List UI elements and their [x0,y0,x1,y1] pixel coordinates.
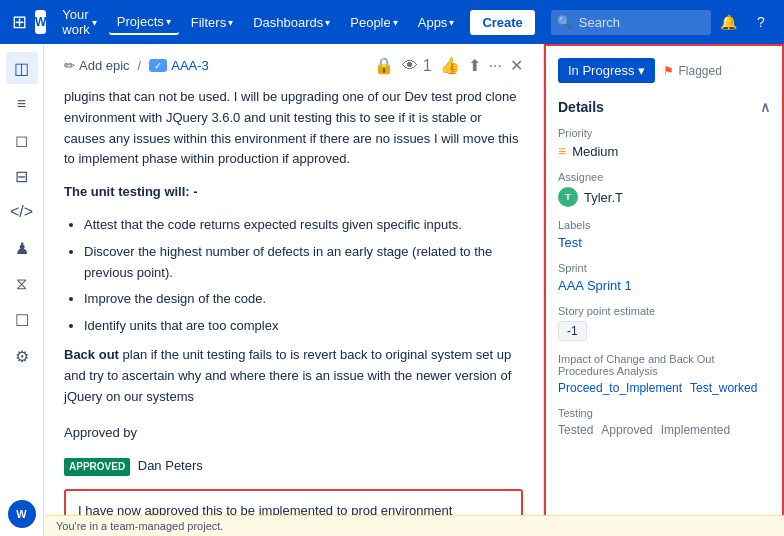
nav-dashboards[interactable]: Dashboards ▾ [245,11,338,34]
sidebar-time-icon[interactable]: ⧖ [6,268,38,300]
unit-testing-header: The unit testing will: - [64,182,523,203]
nav-your-work[interactable]: Your work ▾ [54,3,104,41]
issue-id-badge[interactable]: ✓ AAA-3 [149,58,209,73]
impact-link-1[interactable]: Proceed_to_Implement [558,381,682,395]
sprint-value: AAA Sprint 1 [558,278,770,293]
label-tag[interactable]: Test [558,235,582,250]
flagged-button[interactable]: ⚑ Flagged [663,64,721,78]
impact-link-2[interactable]: Test_worked [690,381,757,395]
sidebar-forms-icon[interactable]: ☐ [6,304,38,336]
testing-items: Tested Approved Implemented [558,423,770,437]
share-icon[interactable]: ⬆ [468,56,481,75]
search-wrapper: 🔍 [551,10,711,35]
testing-item-tested[interactable]: Tested [558,423,593,437]
approved-section: Approved by APPROVED Dan Peters [64,423,523,477]
help-icon[interactable]: ? [747,8,775,36]
testing-label: Testing [558,407,770,419]
issue-type-icon: ✓ [149,59,167,72]
assignee-label: Assignee [558,171,770,183]
right-panel: In Progress ▾ ⚑ Flagged Details ∧ Priori… [544,44,784,536]
header-actions: 🔒 👁 1 👍 ⬆ ··· ✕ [374,56,523,75]
search-input[interactable] [551,10,711,35]
bullet-list: Attest that the code returns expected re… [84,215,523,337]
lock-icon[interactable]: 🔒 [374,56,394,75]
sidebar-list-icon[interactable]: ⊟ [6,160,38,192]
add-epic-button[interactable]: ✏ Add epic [64,58,130,73]
details-header: Details ∧ [558,99,770,115]
impact-label: Impact of Change and Back Out Procedures… [558,353,770,377]
sidebar-avatar[interactable]: W [8,500,36,528]
approved-by-label: Approved by [64,423,523,444]
story-points-label: Story point estimate [558,305,770,317]
nav-icon-group: 🔔 ? ⚙ [715,8,784,36]
impact-links: Proceed_to_Implement Test_worked [558,381,770,395]
main-layout: ◫ ≡ ◻ ⊟ </> ♟ ⧖ ☐ ⚙ W ✏ Add epic / ✓ AAA… [0,44,784,536]
sprint-row: Sprint AAA Sprint 1 [558,262,770,293]
grid-icon[interactable]: ⊞ [8,7,31,37]
list-item: Discover the highest number of defects i… [84,242,523,284]
testing-item-implemented[interactable]: Implemented [661,423,730,437]
chevron-down-icon: ▾ [393,17,398,28]
testing-section: Testing Tested Approved Implemented [558,407,770,437]
approved-badge: APPROVED [64,458,130,476]
approved-name: Dan Peters [138,458,203,473]
top-navigation: ⊞ W Your work ▾ Projects ▾ Filters ▾ Das… [0,0,784,44]
more-icon[interactable]: ··· [489,57,502,75]
priority-value[interactable]: ≡ Medium [558,143,770,159]
assignee-value[interactable]: T Tyler.T [558,187,770,207]
story-points-badge: -1 [558,321,587,341]
like-icon[interactable]: 👍 [440,56,460,75]
sprint-link[interactable]: AAA Sprint 1 [558,278,632,293]
list-item: Improve the design of the code. [84,289,523,310]
back-out-label: Back out [64,347,119,362]
testing-item-approved[interactable]: Approved [601,423,652,437]
settings-icon[interactable]: ⚙ [779,8,784,36]
app-logo[interactable]: W [35,10,46,34]
list-item: Identify units that are too complex [84,316,523,337]
story-points-row: Story point estimate -1 [558,305,770,341]
chevron-down-icon: ▾ [638,63,645,78]
chevron-down-icon: ▾ [166,16,171,27]
nav-projects[interactable]: Projects ▾ [109,10,179,35]
sidebar-board-icon[interactable]: ◻ [6,124,38,156]
nav-filters[interactable]: Filters ▾ [183,11,241,34]
chevron-down-icon: ▾ [325,17,330,28]
status-row: In Progress ▾ ⚑ Flagged [558,58,770,83]
labels-value: Test [558,235,770,250]
bottom-tip-bar: You're in a team-managed project. [44,515,784,536]
nav-apps[interactable]: Apps ▾ [410,11,463,34]
chevron-down-icon: ▾ [449,17,454,28]
watch-icon[interactable]: 👁 1 [402,57,431,75]
story-points-value[interactable]: -1 [558,321,770,341]
main-content-area: ✏ Add epic / ✓ AAA-3 🔒 👁 1 👍 ⬆ ··· ✕ [44,44,784,536]
sidebar-chess-icon[interactable]: ♟ [6,232,38,264]
left-sidebar: ◫ ≡ ◻ ⊟ </> ♟ ⧖ ☐ ⚙ W [0,44,44,536]
chevron-down-icon: ▾ [92,17,97,28]
flag-icon: ⚑ [663,64,674,78]
sidebar-settings-icon[interactable]: ⚙ [6,340,38,372]
list-item: Attest that the code returns expected re… [84,215,523,236]
sprint-label: Sprint [558,262,770,274]
sidebar-code-icon[interactable]: </> [6,196,38,228]
breadcrumb-separator: / [138,58,142,73]
impact-section: Impact of Change and Back Out Procedures… [558,353,770,395]
sidebar-backlog-icon[interactable]: ≡ [6,88,38,120]
assignee-row: Assignee T Tyler.T [558,171,770,207]
pencil-icon: ✏ [64,58,75,73]
sidebar-home-icon[interactable]: ◫ [6,52,38,84]
issue-header: ✏ Add epic / ✓ AAA-3 🔒 👁 1 👍 ⬆ ··· ✕ [64,56,523,75]
priority-icon: ≡ [558,143,566,159]
search-icon: 🔍 [557,15,572,29]
issue-detail-panel: ✏ Add epic / ✓ AAA-3 🔒 👁 1 👍 ⬆ ··· ✕ [44,44,544,536]
labels-label: Labels [558,219,770,231]
status-button[interactable]: In Progress ▾ [558,58,655,83]
collapse-icon[interactable]: ∧ [760,99,770,115]
nav-people[interactable]: People ▾ [342,11,405,34]
close-icon[interactable]: ✕ [510,56,523,75]
issue-body-paragraph: plugins that can not be used. I will be … [64,87,523,170]
create-button[interactable]: Create [470,10,534,35]
approved-by-value: APPROVED Dan Peters [64,456,523,477]
chevron-down-icon: ▾ [228,17,233,28]
notifications-icon[interactable]: 🔔 [715,8,743,36]
assignee-avatar: T [558,187,578,207]
